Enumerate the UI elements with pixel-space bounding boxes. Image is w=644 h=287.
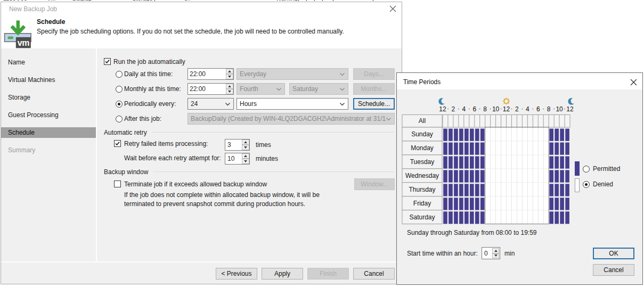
svg-text:12: 12 <box>439 105 446 113</box>
svg-text:6: 6 <box>536 105 540 113</box>
svg-text:6: 6 <box>472 105 476 113</box>
svg-text:12: 12 <box>503 105 510 113</box>
svg-text:·: · <box>564 105 566 112</box>
svg-text:·: · <box>500 105 502 112</box>
svg-text:All: All <box>419 117 426 125</box>
svg-text:Sunday: Sunday <box>411 130 433 138</box>
svg-text:2: 2 <box>515 105 519 113</box>
svg-text:Friday: Friday <box>413 200 431 207</box>
svg-text:8: 8 <box>547 105 551 113</box>
svg-text:4: 4 <box>526 105 529 113</box>
svg-text:2: 2 <box>452 105 455 113</box>
svg-text:Monday: Monday <box>411 144 434 152</box>
svg-text:Tuesday: Tuesday <box>410 158 435 166</box>
svg-text:·: · <box>479 105 481 112</box>
svg-text:·: · <box>521 105 524 112</box>
svg-text:Thursday: Thursday <box>409 186 435 193</box>
svg-text:·: · <box>490 105 492 112</box>
svg-text:8: 8 <box>483 105 487 113</box>
svg-text:·: · <box>458 105 460 112</box>
svg-text:4: 4 <box>462 105 466 113</box>
svg-text:·: · <box>532 105 534 112</box>
svg-text:·: · <box>468 105 470 112</box>
svg-text:10: 10 <box>492 105 500 113</box>
svg-text:10: 10 <box>556 105 563 113</box>
svg-text:·: · <box>447 105 449 112</box>
svg-text:Saturday: Saturday <box>409 214 435 221</box>
svg-text:·: · <box>511 105 513 112</box>
svg-text:vm: vm <box>18 38 29 47</box>
svg-text:·: · <box>553 105 555 112</box>
svg-text:12: 12 <box>566 105 574 113</box>
svg-text:·: · <box>542 105 544 112</box>
svg-text:Wednesday: Wednesday <box>405 172 439 179</box>
